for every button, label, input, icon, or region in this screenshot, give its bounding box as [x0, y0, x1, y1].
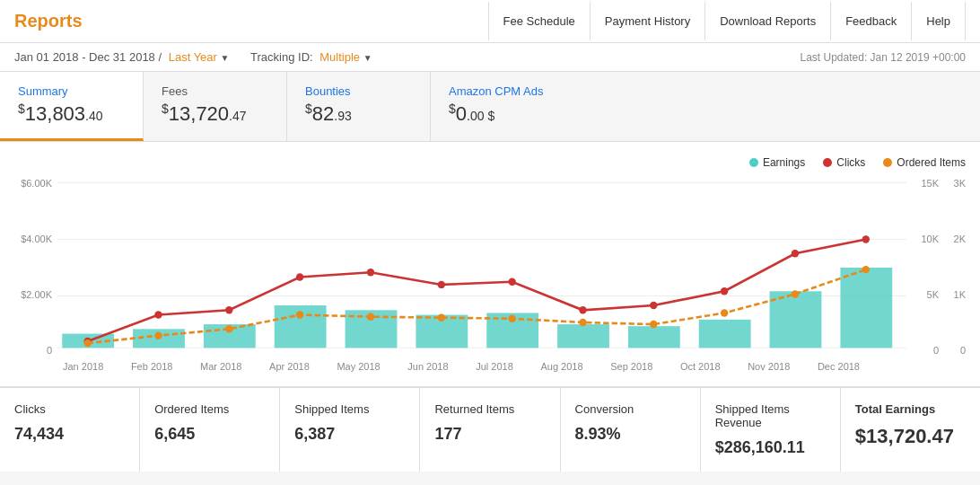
svg-point-20 — [367, 269, 374, 276]
header-nav: Fee Schedule Payment History Download Re… — [488, 2, 966, 40]
x-dec: Dec 2018 — [818, 361, 860, 372]
stat-ordered-items: Ordered Items 6,645 — [140, 388, 280, 472]
tab-cpm-value: $0.00 $ — [449, 101, 556, 126]
header: Reports Fee Schedule Payment History Dow… — [0, 0, 980, 43]
stat-revenue-value: $286,160.11 — [715, 438, 826, 457]
tracking-value-link[interactable]: Multiple — [319, 50, 360, 64]
y-right-0: 0 — [942, 345, 966, 356]
svg-point-32 — [367, 313, 374, 321]
y-axis-right-clicks: 15K 10K 5K 0 — [906, 178, 939, 357]
tracking-id-label: Tracking ID: Multiple ▼ — [250, 50, 372, 64]
stat-shipped-items: Shipped Items 6,387 — [280, 388, 420, 472]
tab-amazon-cpm[interactable]: Amazon CPM Ads $0.00 $ — [431, 72, 574, 141]
stat-conversion-value: 8.93% — [575, 425, 686, 444]
tab-bounties-value: $82.93 — [305, 101, 412, 126]
nav-help[interactable]: Help — [911, 2, 966, 40]
y-left-0: 0 — [14, 345, 52, 356]
svg-point-37 — [721, 310, 728, 317]
stat-shipped-value: 6,387 — [294, 425, 405, 444]
chart-svg — [57, 178, 906, 357]
y-left-4k: $4.00K — [14, 234, 52, 244]
tab-summary-value: $13,803.40 — [18, 101, 125, 126]
subheader: Jan 01 2018 - Dec 31 2018 / Last Year ▼ … — [0, 43, 980, 72]
x-jun: Jun 2018 — [407, 361, 448, 372]
x-aug: Aug 2018 — [540, 361, 582, 372]
svg-point-24 — [650, 302, 657, 309]
date-range-section: Jan 01 2018 - Dec 31 2018 / Last Year ▼ … — [14, 50, 372, 64]
nav-fee-schedule[interactable]: Fee Schedule — [488, 2, 590, 40]
x-mar: Mar 2018 — [200, 361, 241, 372]
svg-rect-13 — [699, 320, 751, 348]
svg-rect-12 — [628, 326, 680, 348]
ordered-dot — [883, 158, 892, 167]
stat-revenue-label: Shipped Items Revenue — [715, 402, 826, 429]
nav-feedback[interactable]: Feedback — [830, 2, 911, 40]
earnings-dot — [749, 158, 758, 167]
x-nov: Nov 2018 — [748, 361, 790, 372]
x-apr: Apr 2018 — [269, 361, 310, 372]
tab-summary-label: Summary — [18, 84, 125, 98]
svg-rect-15 — [840, 268, 892, 348]
tab-cpm-label: Amazon CPM Ads — [449, 84, 556, 98]
svg-point-27 — [862, 236, 870, 243]
last-updated-text: Last Updated: Jan 12 2019 +00:00 — [801, 51, 966, 64]
svg-point-25 — [721, 287, 728, 295]
stat-total-earnings: Total Earnings $13,720.47 — [841, 388, 980, 472]
y-right-0k: 0 — [910, 345, 939, 356]
x-oct: Oct 2018 — [680, 361, 721, 372]
legend-ordered: Ordered Items — [883, 156, 966, 169]
svg-point-28 — [83, 340, 91, 347]
svg-point-30 — [225, 325, 232, 332]
nav-download-reports[interactable]: Download Reports — [704, 2, 830, 40]
summary-tabs: Summary $13,803.40 Fees $13,720.47 Bount… — [0, 72, 980, 142]
svg-point-35 — [579, 319, 586, 326]
x-jan: Jan 2018 — [63, 361, 103, 372]
stat-conversion-label: Conversion — [575, 402, 686, 416]
x-jul: Jul 2018 — [476, 361, 513, 372]
tab-bounties[interactable]: Bounties $82.93 — [287, 72, 431, 141]
y-right-1k: 1K — [942, 289, 966, 300]
x-axis-labels: Jan 2018 Feb 2018 Mar 2018 Apr 2018 May … — [14, 357, 966, 372]
y-axis-right-ordered: 3K 2K 1K 0 — [939, 178, 966, 357]
legend-ordered-label: Ordered Items — [897, 156, 966, 169]
y-right-3k: 3K — [942, 178, 966, 189]
tab-summary[interactable]: Summary $13,803.40 — [0, 72, 144, 141]
stat-ordered-value: 6,645 — [154, 425, 265, 444]
tab-fees[interactable]: Fees $13,720.47 — [144, 72, 287, 141]
svg-point-34 — [508, 315, 515, 322]
nav-payment-history[interactable]: Payment History — [590, 2, 704, 40]
svg-point-18 — [225, 306, 232, 313]
tracking-dropdown-arrow[interactable]: ▼ — [363, 53, 372, 63]
x-sep: Sep 2018 — [610, 361, 652, 372]
stat-clicks: Clicks 74,434 — [0, 388, 140, 472]
last-year-dropdown-arrow[interactable]: ▼ — [221, 53, 230, 63]
y-right-5k: 5K — [910, 289, 939, 300]
stat-ordered-label: Ordered Items — [154, 402, 265, 416]
x-feb: Feb 2018 — [131, 361, 172, 372]
svg-point-19 — [296, 274, 303, 281]
stat-total-label: Total Earnings — [855, 402, 966, 416]
svg-point-26 — [792, 250, 799, 257]
legend-clicks-label: Clicks — [836, 156, 865, 169]
stat-returned-value: 177 — [434, 425, 545, 444]
last-year-link[interactable]: Last Year — [169, 50, 217, 64]
svg-point-21 — [438, 281, 445, 288]
legend-clicks: Clicks — [823, 156, 865, 169]
x-may: May 2018 — [337, 361, 380, 372]
svg-point-22 — [508, 278, 515, 286]
stat-conversion: Conversion 8.93% — [561, 388, 701, 472]
stat-returned-label: Returned Items — [434, 402, 545, 416]
stats-footer: Clicks 74,434 Ordered Items 6,645 Shippe… — [0, 387, 980, 472]
legend-earnings: Earnings — [749, 156, 805, 169]
svg-point-33 — [438, 314, 445, 322]
page-title: Reports — [14, 11, 83, 31]
stat-total-value: $13,720.47 — [855, 425, 966, 448]
svg-point-29 — [154, 332, 162, 340]
svg-rect-11 — [557, 324, 609, 348]
svg-point-38 — [792, 291, 799, 298]
stat-returned-items: Returned Items 177 — [420, 388, 560, 472]
tab-fees-value: $13,720.47 — [162, 101, 268, 126]
y-left-2k: $2.00K — [14, 289, 52, 300]
chart-legend: Earnings Clicks Ordered Items — [14, 156, 966, 169]
svg-point-17 — [154, 312, 162, 319]
